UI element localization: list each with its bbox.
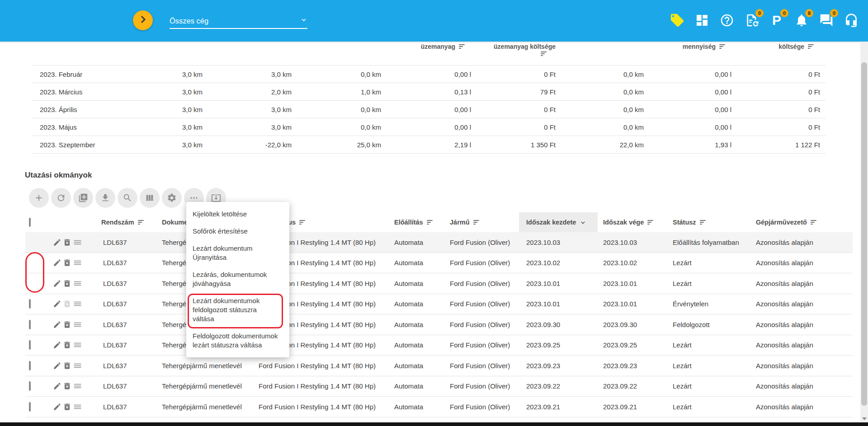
- notifications-bell-icon[interactable]: 8: [794, 13, 809, 28]
- delete-icon[interactable]: [63, 300, 71, 308]
- drag-menu-icon[interactable]: [73, 361, 82, 370]
- sort-icon: [473, 220, 479, 225]
- edit-icon[interactable]: [53, 403, 61, 411]
- col-header-fuel[interactable]: üzemanyag: [381, 43, 471, 50]
- drag-menu-icon[interactable]: [73, 299, 82, 309]
- statusz-cell: Feldolgozott: [669, 321, 752, 328]
- tag-icon[interactable]: [670, 13, 685, 28]
- edit-icon[interactable]: [53, 238, 61, 247]
- parking-icon[interactable]: P 0: [769, 13, 784, 28]
- settings-gear-icon[interactable]: [162, 188, 182, 208]
- col-header-idoszak-vege[interactable]: Időszak vége: [599, 219, 669, 226]
- table-row[interactable]: LDL637 Tehergépjármű menetlevél Ford Fus…: [25, 397, 853, 417]
- delete-icon[interactable]: [63, 258, 71, 267]
- sort-icon: [299, 220, 305, 225]
- idoszak-vege-cell: 2023.10.03: [599, 239, 669, 246]
- drag-menu-icon[interactable]: [73, 279, 82, 288]
- delete-icon[interactable]: [63, 341, 71, 349]
- idoszak-vege-cell: 2023.10.01: [599, 280, 669, 287]
- col-header-idoszak-kezdete-sorted[interactable]: Időszak kezdete: [519, 212, 598, 232]
- support-headset-icon[interactable]: [844, 13, 859, 28]
- row-checkbox[interactable]: [29, 320, 31, 329]
- table-row[interactable]: LDL637 Tehergépjármű menetlevél Ford Fus…: [25, 273, 853, 294]
- col-header-gepjarmuvezeto[interactable]: Gépjárművezető: [752, 219, 853, 226]
- drag-menu-icon[interactable]: [73, 238, 82, 247]
- gepjarmuvezeto-cell: Azonosítás alapján: [752, 403, 853, 411]
- table-row[interactable]: LDL637 Tehergépjármű menetlevél Ford Fus…: [25, 356, 853, 376]
- scrollbar-thumb[interactable]: [861, 62, 867, 406]
- menu-item[interactable]: Lezárt dokumentum Újranyitása: [186, 240, 289, 266]
- delete-icon[interactable]: [63, 403, 71, 411]
- col-header-jarmu[interactable]: Jármű: [437, 219, 515, 226]
- table-row[interactable]: LDL637 Tehergépjármű menetlevél Ford Fus…: [25, 376, 853, 397]
- month-cell: 2023. Szeptember: [32, 141, 127, 149]
- statusz-cell: Lezárt: [669, 382, 752, 390]
- col-header-quantity[interactable]: mennyiség: [644, 43, 731, 50]
- menu-item[interactable]: Lezárt dokumentumok feldolgozott státusz…: [186, 292, 289, 328]
- jarmu-cell: Ford Fusion (Oliver): [437, 239, 515, 246]
- table-row[interactable]: LDL637 Tehergépjármű menetlevél Ford Fus…: [25, 232, 853, 253]
- delete-icon[interactable]: [63, 238, 71, 247]
- edit-icon[interactable]: [53, 279, 61, 288]
- edit-icon[interactable]: [53, 320, 61, 329]
- col-header-fuel-cost[interactable]: üzemanyag költsége: [471, 43, 556, 56]
- col-header-eloallitas[interactable]: Előállítás: [382, 219, 437, 226]
- table-row[interactable]: LDL637 Tehergépjármű menetlevél Ford Fus…: [25, 314, 853, 335]
- delete-icon[interactable]: [63, 279, 71, 288]
- row-checkbox[interactable]: [29, 402, 31, 412]
- download-button[interactable]: [95, 188, 115, 208]
- col-header-rendszam[interactable]: Rendszám: [90, 219, 149, 226]
- drag-menu-icon[interactable]: [73, 340, 82, 350]
- menu-item[interactable]: Kijelöltek letöltése: [186, 206, 289, 223]
- drag-menu-icon[interactable]: [73, 402, 82, 412]
- idoszak-kezdete-cell: 2023.10.02: [515, 259, 599, 267]
- add-button[interactable]: [29, 188, 49, 208]
- delete-icon[interactable]: [63, 320, 71, 329]
- duplicate-button[interactable]: [73, 188, 93, 208]
- expand-sidebar-button[interactable]: [133, 10, 153, 30]
- edit-icon[interactable]: [53, 382, 61, 390]
- delete-icon[interactable]: [63, 361, 71, 370]
- edit-icon[interactable]: [53, 341, 61, 349]
- edit-icon[interactable]: [53, 361, 61, 370]
- chevron-down-icon: [300, 16, 307, 25]
- row-checkbox[interactable]: [29, 299, 31, 309]
- table-row[interactable]: LDL637 Tehergépjármű menetlevél Ford Fus…: [25, 294, 853, 315]
- eloallitas-cell: Automata: [382, 403, 437, 411]
- row-checkbox[interactable]: [29, 361, 31, 370]
- rendszam-cell: LDL637: [90, 382, 149, 390]
- row-checkbox[interactable]: [29, 340, 31, 350]
- idoszak-kezdete-cell: 2023.10.03: [515, 239, 599, 246]
- select-all-checkbox[interactable]: [29, 218, 31, 227]
- edit-icon[interactable]: [53, 300, 61, 308]
- col-header-statusz[interactable]: Státusz: [669, 219, 752, 226]
- idoszak-kezdete-cell: 2023.09.21: [515, 403, 599, 411]
- edit-icon[interactable]: [53, 258, 61, 267]
- vertical-scrollbar[interactable]: [860, 42, 868, 422]
- rendszam-cell: LDL637: [90, 259, 149, 267]
- drag-menu-icon[interactable]: [73, 381, 82, 391]
- table-row[interactable]: LDL637 Tehergépjármű menetlevél Ford Fus…: [25, 335, 853, 356]
- menu-item[interactable]: Feldolgozott dokumentumok lezárt státusz…: [186, 328, 289, 354]
- menu-item[interactable]: Lezárás, dokumentumok jóváhagyása: [186, 266, 289, 292]
- refresh-button[interactable]: [51, 188, 71, 208]
- summary-row: 2023. Március 3,0 km 2,0 km 1,0 km 0,13 …: [32, 83, 826, 100]
- menu-item[interactable]: Sofőrök értesítése: [186, 223, 289, 240]
- table-row[interactable]: LDL637 Tehergépjármű menetlevél Ford Fus…: [25, 253, 853, 274]
- company-selector[interactable]: Összes cég: [170, 14, 307, 29]
- row-checkbox[interactable]: [29, 381, 31, 391]
- drag-menu-icon[interactable]: [73, 320, 82, 329]
- columns-button[interactable]: [140, 188, 160, 208]
- document-sync-icon[interactable]: 0: [744, 13, 760, 28]
- statusz-cell: Lezárt: [669, 403, 752, 411]
- dokumentum-cell: Tehergépjármű menetlevél: [149, 362, 246, 370]
- messages-icon[interactable]: 0: [819, 13, 834, 28]
- delete-icon[interactable]: [63, 382, 71, 390]
- col-header-cost[interactable]: költsége: [731, 43, 820, 50]
- apps-grid-icon[interactable]: [694, 13, 710, 28]
- scrollbar-down-button[interactable]: [860, 415, 868, 422]
- drag-menu-icon[interactable]: [73, 258, 82, 267]
- search-button[interactable]: [118, 188, 137, 208]
- help-icon[interactable]: [719, 13, 735, 28]
- gepjarmuvezeto-cell: Azonosítás alapján: [752, 280, 853, 287]
